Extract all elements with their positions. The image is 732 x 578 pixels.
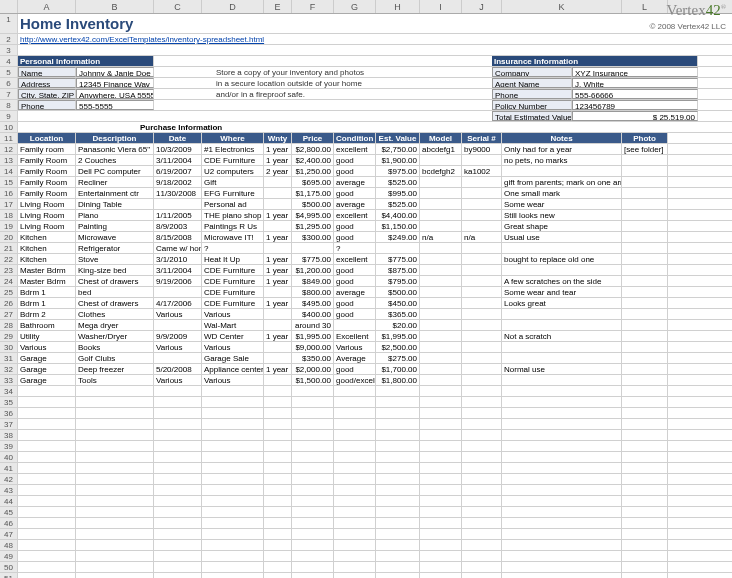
cell[interactable]: 4/17/2006 xyxy=(154,298,202,308)
personal-value[interactable]: 555-5555 xyxy=(76,100,154,110)
cell[interactable]: average xyxy=(334,177,376,187)
cell[interactable] xyxy=(420,474,462,484)
cell[interactable]: Kitchen xyxy=(18,254,76,264)
cell[interactable] xyxy=(462,562,502,572)
cell[interactable] xyxy=(462,485,502,495)
cell[interactable]: ka1002 xyxy=(462,166,502,176)
cell[interactable]: Great shape xyxy=(502,221,622,231)
cell[interactable] xyxy=(76,507,154,517)
cell[interactable]: $525.00 xyxy=(376,177,420,187)
cell[interactable]: Refrigerator xyxy=(76,243,154,253)
cell[interactable]: $1,995.00 xyxy=(292,331,334,341)
cell[interactable] xyxy=(292,529,334,539)
cell[interactable] xyxy=(622,364,668,374)
insurance-value[interactable]: XYZ Insurance xyxy=(572,67,698,77)
cell[interactable] xyxy=(18,551,76,561)
cell[interactable] xyxy=(264,375,292,385)
cell[interactable] xyxy=(420,265,462,275)
cell[interactable] xyxy=(376,419,420,429)
cell[interactable] xyxy=(622,210,668,220)
cell[interactable]: $1,175.00 xyxy=(292,188,334,198)
cell[interactable] xyxy=(202,452,264,462)
cell[interactable] xyxy=(502,397,622,407)
cell[interactable] xyxy=(462,441,502,451)
cell[interactable] xyxy=(502,353,622,363)
cell[interactable]: Chest of drawers xyxy=(76,276,154,286)
cell[interactable]: abcdefg1 xyxy=(420,144,462,154)
cell[interactable]: $365.00 xyxy=(376,309,420,319)
cell[interactable]: Bdrm 1 xyxy=(18,287,76,297)
cell[interactable] xyxy=(264,518,292,528)
cell[interactable]: 1/11/2005 xyxy=(154,210,202,220)
cell[interactable]: Various xyxy=(334,342,376,352)
cell[interactable] xyxy=(462,518,502,528)
cell[interactable] xyxy=(622,287,668,297)
cell[interactable]: bought to replace old one xyxy=(502,254,622,264)
table-row[interactable]: 41 xyxy=(0,463,732,474)
cell[interactable]: $995.00 xyxy=(376,188,420,198)
cell[interactable] xyxy=(622,397,668,407)
cell[interactable] xyxy=(76,419,154,429)
cell[interactable] xyxy=(622,518,668,528)
cell[interactable] xyxy=(622,375,668,385)
insurance-value[interactable]: 555-66666 xyxy=(572,89,698,99)
cell[interactable]: THE piano shop xyxy=(202,210,264,220)
cell[interactable]: $800.00 xyxy=(292,287,334,297)
table-row[interactable]: 16Family RoomEntertainment ctr11/30/2008… xyxy=(0,188,732,199)
cell[interactable] xyxy=(462,276,502,286)
cell[interactable]: CDE Furniture xyxy=(202,287,264,297)
cell[interactable] xyxy=(154,419,202,429)
cell[interactable]: $525.00 xyxy=(376,199,420,209)
table-row[interactable]: 40 xyxy=(0,452,732,463)
cell[interactable] xyxy=(420,441,462,451)
cell[interactable] xyxy=(264,386,292,396)
cell[interactable]: excellent xyxy=(334,210,376,220)
cell[interactable] xyxy=(18,463,76,473)
cell[interactable] xyxy=(502,320,622,330)
cell[interactable] xyxy=(462,386,502,396)
cell[interactable] xyxy=(502,562,622,572)
table-row[interactable]: 46 xyxy=(0,518,732,529)
cell[interactable]: Living Room xyxy=(18,210,76,220)
cell[interactable]: Normal use xyxy=(502,364,622,374)
cell[interactable] xyxy=(202,419,264,429)
cell[interactable] xyxy=(420,298,462,308)
cell[interactable]: $500.00 xyxy=(376,287,420,297)
cell[interactable]: Bathroom xyxy=(18,320,76,330)
cell[interactable] xyxy=(18,397,76,407)
cell[interactable] xyxy=(18,419,76,429)
table-row[interactable]: 33GarageToolsVariousVarious$1,500.00good… xyxy=(0,375,732,386)
cell[interactable] xyxy=(334,397,376,407)
cell[interactable]: King-size bed xyxy=(76,265,154,275)
cell[interactable] xyxy=(292,540,334,550)
cell[interactable] xyxy=(264,397,292,407)
cell[interactable] xyxy=(154,287,202,297)
cell[interactable] xyxy=(502,243,622,253)
table-row[interactable]: 28BathroomMega dryerWal-Martaround 30$20… xyxy=(0,320,732,331)
cell[interactable] xyxy=(334,551,376,561)
cell[interactable] xyxy=(622,309,668,319)
table-row[interactable]: 20KitchenMicrowave8/15/2008Microwave IT!… xyxy=(0,232,732,243)
cell[interactable] xyxy=(622,342,668,352)
cell[interactable] xyxy=(462,221,502,231)
cell[interactable] xyxy=(502,474,622,484)
cell[interactable] xyxy=(502,419,622,429)
cell[interactable] xyxy=(376,243,420,253)
cell[interactable] xyxy=(334,485,376,495)
cell[interactable]: $1,250.00 xyxy=(292,166,334,176)
cell[interactable] xyxy=(462,496,502,506)
cell[interactable] xyxy=(76,529,154,539)
cell[interactable]: Chest of drawers xyxy=(76,298,154,308)
cell[interactable] xyxy=(622,463,668,473)
cell[interactable] xyxy=(420,397,462,407)
cell[interactable]: Kitchen xyxy=(18,243,76,253)
cell[interactable] xyxy=(18,540,76,550)
cell[interactable] xyxy=(462,188,502,198)
cell[interactable] xyxy=(376,397,420,407)
cell[interactable]: 8/15/2008 xyxy=(154,232,202,242)
cell[interactable] xyxy=(462,331,502,341)
table-row[interactable]: 39 xyxy=(0,441,732,452)
cell[interactable] xyxy=(154,199,202,209)
cell[interactable]: bed xyxy=(76,287,154,297)
table-row[interactable]: 37 xyxy=(0,419,732,430)
